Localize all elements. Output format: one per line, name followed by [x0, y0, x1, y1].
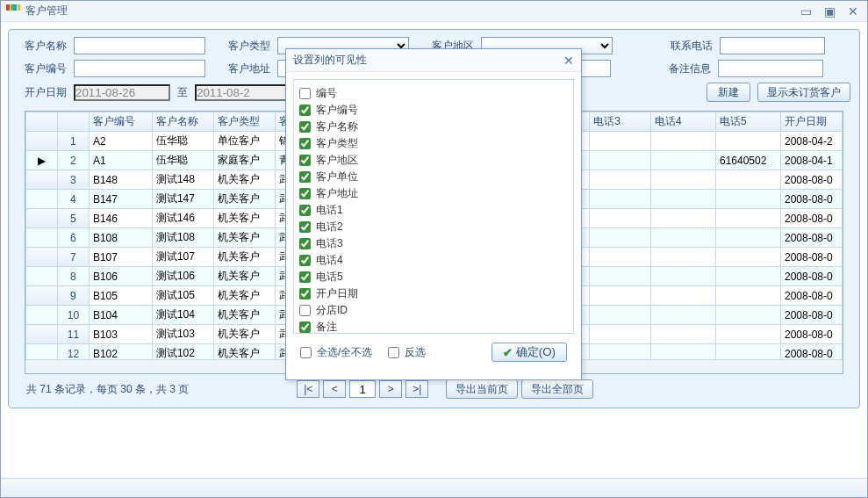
addr-label: 客户地址 — [221, 61, 270, 76]
column-item[interactable]: 备注 — [299, 319, 568, 334]
code-input[interactable] — [74, 60, 205, 77]
column-header[interactable]: 开户日期 — [780, 112, 842, 132]
code-label: 客户编号 — [18, 61, 67, 76]
app-icon — [6, 4, 20, 18]
new-button[interactable]: 新建 — [707, 83, 750, 102]
column-header[interactable]: 客户类型 — [213, 112, 275, 132]
column-header[interactable]: 客户编号 — [89, 112, 152, 132]
ok-button[interactable]: ✔确定(O) — [491, 343, 567, 362]
column-item[interactable]: 编号 — [299, 85, 568, 102]
select-all-checkbox[interactable]: 全选/全不选 — [300, 344, 372, 361]
column-item[interactable]: 客户地区 — [299, 152, 568, 169]
record-summary: 共 71 条记录，每页 30 条，共 3 页 — [26, 382, 189, 397]
phone-input[interactable] — [720, 37, 825, 54]
column-item[interactable]: 电话1 — [299, 202, 568, 219]
show-noorder-button[interactable]: 显示未订货客户 — [757, 83, 850, 102]
export-all-button[interactable]: 导出全部页 — [521, 379, 593, 399]
first-page-button[interactable]: |< — [297, 380, 319, 398]
pager: |< < > >| 导出当前页 导出全部页 — [297, 379, 593, 399]
column-header[interactable]: 电话5 — [715, 112, 780, 132]
window-title: 客户管理 — [25, 4, 68, 18]
column-header[interactable]: 电话3 — [590, 112, 651, 132]
column-item[interactable]: 开户日期 — [299, 285, 568, 302]
maximize-icon[interactable]: ▣ — [824, 4, 836, 18]
last-page-button[interactable]: >| — [405, 380, 428, 398]
column-item[interactable]: 电话3 — [299, 235, 568, 252]
dialog-close-icon[interactable]: ✕ — [563, 54, 574, 68]
titlebar[interactable]: 客户管理 ▭ ▣ ✕ — [1, 1, 867, 22]
dialog-title: 设置列的可见性 — [293, 53, 367, 68]
export-current-button[interactable]: 导出当前页 — [446, 379, 518, 399]
remark-label: 备注信息 — [662, 61, 711, 76]
check-icon: ✔ — [503, 346, 513, 359]
phone-label: 联系电话 — [664, 39, 713, 54]
prev-page-button[interactable]: < — [323, 380, 346, 398]
close-icon[interactable]: ✕ — [848, 4, 858, 18]
main-window: 客户管理 ▭ ▣ ✕ 客户名称 客户类型 客户地区 联系电话 客户编号 客户地址… — [0, 0, 868, 498]
next-page-button[interactable]: > — [379, 380, 402, 398]
column-visibility-dialog: 设置列的可见性 ✕ 编号客户编号客户名称客户类型客户地区客户单位客户地址电话1电… — [285, 48, 582, 380]
remark-input[interactable] — [718, 60, 823, 77]
column-item[interactable]: 客户编号 — [299, 102, 568, 119]
column-item[interactable]: 电话4 — [299, 252, 568, 269]
date-label: 开户日期 — [18, 85, 67, 100]
column-checklist: 编号客户编号客户名称客户类型客户地区客户单位客户地址电话1电话2电话3电话4电话… — [293, 79, 574, 334]
statusbar — [1, 478, 867, 497]
invert-checkbox[interactable]: 反选 — [388, 344, 426, 361]
minimize-icon[interactable]: ▭ — [800, 4, 812, 18]
column-item[interactable]: 电话5 — [299, 269, 568, 285]
to-label: 至 — [177, 85, 188, 100]
name-input[interactable] — [74, 37, 205, 54]
page-input[interactable] — [349, 380, 376, 398]
column-item[interactable]: 客户单位 — [299, 169, 568, 185]
type-label: 客户类型 — [221, 39, 270, 54]
column-item[interactable]: 客户地址 — [299, 185, 568, 202]
column-header[interactable]: 电话4 — [651, 112, 716, 132]
column-item[interactable]: 电话2 — [299, 219, 568, 235]
column-item[interactable]: 客户类型 — [299, 135, 568, 152]
column-header[interactable] — [26, 112, 58, 132]
date-from-input[interactable] — [74, 84, 170, 101]
column-item[interactable]: 客户名称 — [299, 119, 568, 135]
column-header[interactable] — [57, 112, 89, 132]
column-header[interactable]: 客户名称 — [152, 112, 213, 132]
name-label: 客户名称 — [18, 39, 67, 54]
date-to-input[interactable] — [195, 84, 291, 101]
column-item[interactable]: 分店ID — [299, 302, 568, 319]
